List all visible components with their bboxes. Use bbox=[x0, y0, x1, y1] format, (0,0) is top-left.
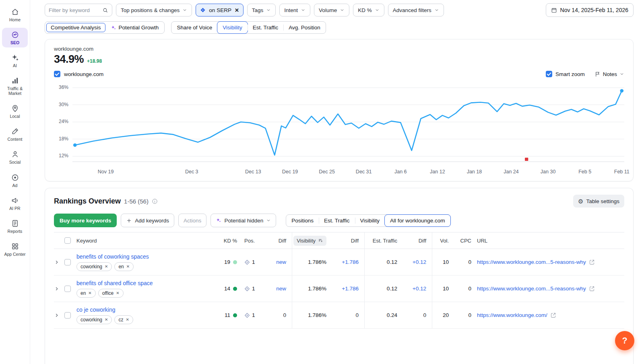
table-settings-button[interactable]: ⚙ Table settings bbox=[573, 195, 624, 208]
header-keyword[interactable]: Keyword bbox=[76, 232, 217, 249]
keyword-tag[interactable]: coworking✕ bbox=[76, 262, 112, 271]
info-icon[interactable] bbox=[152, 198, 158, 204]
remove-tag-icon[interactable]: ✕ bbox=[126, 264, 130, 269]
url-link[interactable]: https://www.worklounge.com/ bbox=[477, 312, 547, 318]
tab-competitive-analysis[interactable]: Competitive Analysis bbox=[46, 23, 105, 32]
potential-hidden-dropdown[interactable]: Potential hidden bbox=[211, 214, 276, 227]
header-cpc[interactable]: CPC bbox=[454, 232, 477, 249]
date-range-picker[interactable]: Nov 14, 2025-Feb 11, 2026 bbox=[546, 3, 634, 17]
tab-share-of-voice[interactable]: Share of Voice bbox=[171, 22, 217, 33]
row-checkbox[interactable] bbox=[64, 312, 71, 319]
external-link-icon[interactable] bbox=[589, 286, 595, 292]
sidebar-item-home[interactable]: Home bbox=[2, 5, 28, 25]
home-icon bbox=[11, 8, 19, 16]
keyword-tag[interactable]: en✕ bbox=[76, 289, 96, 298]
sidebar-item-reports[interactable]: Reports bbox=[2, 216, 28, 236]
external-link-icon[interactable] bbox=[550, 312, 556, 318]
header-diff-vis[interactable]: Diff bbox=[332, 232, 364, 249]
advanced-filters[interactable]: Advanced filters bbox=[388, 4, 444, 16]
remove-tag-icon[interactable]: ✕ bbox=[116, 291, 119, 295]
expand-row-icon[interactable] bbox=[54, 259, 60, 265]
header-kd[interactable]: KD % bbox=[217, 232, 243, 249]
header-est-traffic[interactable]: Est. Traffic bbox=[364, 232, 403, 249]
keyword-link[interactable]: benefits of coworking spaces bbox=[76, 253, 149, 260]
buy-more-keywords-button[interactable]: Buy more keywords bbox=[54, 214, 117, 227]
expand-row-icon[interactable] bbox=[54, 313, 60, 318]
sidebar-item-content[interactable]: Content bbox=[2, 124, 28, 144]
select-all-checkbox[interactable] bbox=[64, 237, 71, 244]
keyword-tag[interactable]: office✕ bbox=[98, 289, 124, 298]
sidebar-item-label: Traffic & Market bbox=[2, 86, 27, 96]
header-pos[interactable]: Pos. bbox=[243, 232, 266, 249]
top-positions-filter[interactable]: Top positions & changes bbox=[116, 4, 192, 16]
remove-tag-icon[interactable]: ✕ bbox=[105, 317, 108, 322]
kd-filter[interactable]: KD % bbox=[353, 4, 384, 16]
row-checkbox[interactable] bbox=[64, 259, 71, 265]
sidebar-item-app-center[interactable]: App Center bbox=[2, 239, 28, 259]
sidebar-item-local[interactable]: Local bbox=[2, 101, 28, 121]
keyword-link[interactable]: benefits of shared office space bbox=[76, 280, 153, 286]
remove-tag-icon[interactable]: ✕ bbox=[105, 264, 108, 269]
visibility-line-chart[interactable] bbox=[72, 83, 624, 167]
metric-segment-group: Positions Est. Traffic Visibility All fo… bbox=[286, 214, 450, 227]
tab-label: Competitive Analysis bbox=[51, 25, 101, 31]
sidebar-item-ai[interactable]: AI bbox=[2, 51, 28, 70]
sidebar-item-ai-pr[interactable]: AI PR bbox=[2, 193, 28, 213]
tab-potential-growth[interactable]: Potential Growth bbox=[106, 23, 163, 32]
serp-feature-icon bbox=[244, 259, 250, 265]
x-axis-tick: Dec 25 bbox=[319, 169, 335, 175]
y-axis-tick: 24% bbox=[59, 119, 68, 124]
megaphone-icon bbox=[11, 196, 19, 205]
segment-visibility[interactable]: Visibility bbox=[355, 215, 385, 226]
sidebar-item-ad[interactable]: Ad bbox=[2, 171, 28, 190]
sidebar-item-traffic-market[interactable]: Traffic & Market bbox=[2, 74, 28, 98]
keyword-tag[interactable]: coworking✕ bbox=[76, 315, 112, 324]
tags-filter[interactable]: Tags bbox=[247, 4, 276, 16]
url-link[interactable]: https://www.worklounge.com...5-reasons-w… bbox=[477, 286, 586, 292]
volume-filter[interactable]: Volume bbox=[314, 4, 349, 16]
expand-row-icon[interactable] bbox=[54, 286, 60, 292]
smart-zoom-checkbox[interactable] bbox=[546, 71, 552, 77]
seo-icon bbox=[11, 31, 19, 39]
filter-bar: Top positions & changes on SERP ✕ Tags I… bbox=[45, 3, 634, 17]
remove-tag-icon[interactable]: ✕ bbox=[88, 291, 91, 295]
header-url[interactable]: URL bbox=[477, 232, 624, 249]
sidebar-item-social[interactable]: Social bbox=[2, 147, 28, 167]
segment-positions[interactable]: Positions bbox=[286, 215, 319, 226]
tab-est-traffic[interactable]: Est. Traffic bbox=[248, 22, 284, 33]
url-link[interactable]: https://www.worklounge.com...5-reasons-w… bbox=[477, 259, 586, 265]
notes-dropdown[interactable]: Notes bbox=[594, 71, 624, 77]
chart-plot-area[interactable]: Nov 19Dec 3Dec 13Dec 19Dec 25Dec 31Jan 6… bbox=[72, 83, 624, 178]
on-serp-chip[interactable]: on SERP ✕ bbox=[196, 4, 243, 16]
keyword-filter-input[interactable] bbox=[49, 7, 100, 13]
keyword-tag[interactable]: en✕ bbox=[114, 262, 134, 271]
segment-all-for-domain[interactable]: All for worklounge.com bbox=[384, 214, 451, 227]
sidebar-item-seo[interactable]: SEO bbox=[2, 28, 28, 47]
table-header-row: Keyword KD % Pos. Diff Visibility Diff E… bbox=[54, 232, 624, 249]
header-diff-pos[interactable]: Diff bbox=[266, 232, 292, 249]
est-traffic-cell: 0.24 bbox=[364, 302, 403, 328]
remove-tag-icon[interactable]: ✕ bbox=[126, 317, 129, 322]
external-link-icon[interactable] bbox=[589, 259, 595, 265]
segment-est-traffic[interactable]: Est. Traffic bbox=[319, 215, 355, 226]
keyword-link[interactable]: co je coworking bbox=[76, 306, 116, 313]
x-axis-tick: Nov 19 bbox=[98, 169, 114, 175]
search-icon[interactable] bbox=[102, 7, 108, 13]
header-diff-traffic[interactable]: Diff bbox=[403, 232, 432, 249]
filter-label: KD % bbox=[358, 7, 372, 13]
remove-serp-filter-icon[interactable]: ✕ bbox=[235, 7, 239, 13]
keyword-tag[interactable]: cz✕ bbox=[114, 315, 133, 324]
actions-button[interactable]: Actions bbox=[178, 214, 206, 227]
visibility-chart-card: worklounge.com 34.9% +18.98 worklounge.c… bbox=[45, 39, 634, 181]
row-checkbox[interactable] bbox=[64, 286, 71, 292]
visibility-sort-button[interactable]: Visibility bbox=[293, 236, 326, 246]
rankings-title: Rankings Overview bbox=[54, 197, 121, 206]
tab-avg-position[interactable]: Avg. Position bbox=[283, 22, 326, 33]
tab-visibility[interactable]: Visibility bbox=[217, 21, 248, 34]
help-button[interactable]: ? bbox=[615, 331, 634, 350]
add-keywords-button[interactable]: Add keywords bbox=[121, 214, 174, 227]
header-vol[interactable]: Vol. bbox=[432, 232, 454, 249]
legend-checkbox[interactable] bbox=[54, 71, 60, 77]
intent-filter[interactable]: Intent bbox=[279, 4, 310, 16]
smart-zoom-toggle[interactable]: Smart zoom bbox=[546, 71, 585, 77]
